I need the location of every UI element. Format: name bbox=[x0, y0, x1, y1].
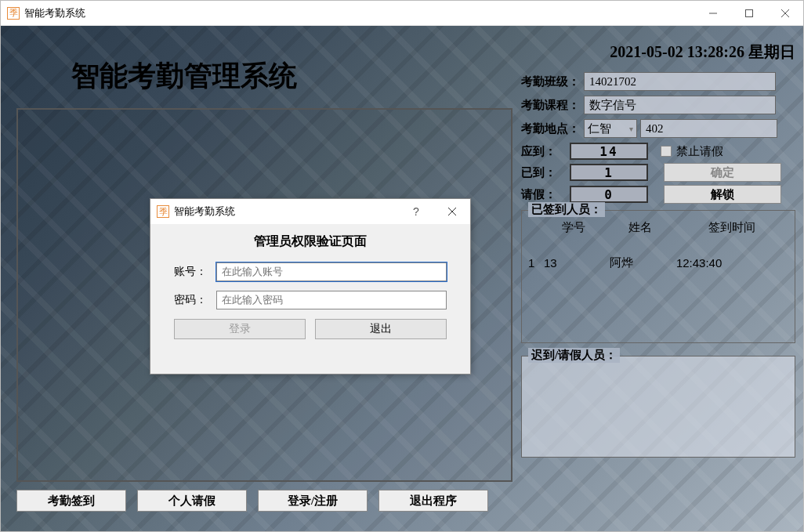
cell-idx: 1 bbox=[525, 241, 541, 284]
login-register-button[interactable]: 登录/注册 bbox=[258, 490, 368, 512]
dialog-heading: 管理员权限验证页面 bbox=[150, 233, 470, 250]
titlebar-left: 季 智能考勤系统 bbox=[7, 6, 85, 20]
expected-lcd: 14 bbox=[570, 143, 648, 160]
account-input[interactable] bbox=[216, 262, 447, 281]
exit-program-button[interactable]: 退出程序 bbox=[378, 490, 488, 512]
course-row: 考勤课程： 数字信号 bbox=[521, 96, 795, 114]
close-button[interactable] bbox=[767, 1, 803, 26]
course-input[interactable]: 数字信号 bbox=[584, 96, 776, 114]
dialog-app-icon: 季 bbox=[157, 205, 169, 218]
forbid-leave-label: 禁止请假 bbox=[676, 144, 723, 159]
dialog-close-button[interactable] bbox=[434, 199, 470, 224]
login-dialog: 季 智能考勤系统 ? 管理员权限验证页面 账号： 密码： bbox=[150, 198, 471, 375]
arrived-label: 已到： bbox=[521, 165, 570, 180]
signed-in-title: 已签到人员： bbox=[528, 202, 605, 217]
forbid-leave-checkbox[interactable]: 禁止请假 bbox=[661, 144, 723, 159]
class-row: 考勤班级： 14021702 bbox=[521, 72, 795, 91]
checkin-button[interactable]: 考勤签到 bbox=[16, 490, 126, 512]
location-label: 考勤地点： bbox=[521, 121, 584, 136]
late-leave-title: 迟到/请假人员： bbox=[528, 348, 620, 363]
page-title: 智能考勤管理系统 bbox=[71, 57, 297, 96]
dialog-title: 智能考勤系统 bbox=[174, 204, 235, 219]
expected-row: 应到： 14 禁止请假 bbox=[521, 143, 795, 160]
table-header-time: 签到时间 bbox=[673, 214, 791, 241]
password-label: 密码： bbox=[174, 293, 216, 307]
maximize-button[interactable] bbox=[731, 1, 767, 26]
table-row[interactable]: 1 13 阿烨 12:43:40 bbox=[525, 241, 791, 284]
table-header-row: 学号 姓名 签到时间 bbox=[525, 214, 791, 241]
dialog-titlebar-left: 季 智能考勤系统 bbox=[157, 204, 235, 219]
password-field: 密码： bbox=[174, 291, 447, 309]
cell-name: 阿烨 bbox=[607, 241, 672, 284]
table-header-idx bbox=[525, 214, 541, 241]
titlebar: 季 智能考勤系统 bbox=[1, 1, 803, 26]
building-select[interactable]: 仁智 bbox=[584, 119, 637, 138]
table-header-sid: 学号 bbox=[541, 214, 607, 241]
room-input[interactable]: 402 bbox=[640, 119, 777, 138]
cell-time: 12:43:40 bbox=[673, 241, 791, 284]
account-field: 账号： bbox=[174, 262, 447, 281]
arrived-lcd: 1 bbox=[570, 164, 648, 181]
svg-rect-1 bbox=[746, 9, 753, 16]
dialog-exit-button[interactable]: 退出 bbox=[315, 319, 447, 339]
app-icon: 季 bbox=[7, 7, 20, 20]
class-label: 考勤班级： bbox=[521, 74, 584, 89]
minimize-button[interactable] bbox=[695, 1, 731, 26]
leave-lcd: 0 bbox=[570, 186, 648, 203]
checkbox-box-icon bbox=[661, 146, 672, 157]
leave-row: 请假： 0 解锁 bbox=[521, 185, 795, 204]
account-label: 账号： bbox=[174, 265, 216, 279]
unlock-button[interactable]: 解锁 bbox=[664, 185, 781, 204]
right-panel: 2021-05-02 13:28:26 星期日 考勤班级： 14021702 考… bbox=[521, 42, 795, 458]
location-row: 考勤地点： 仁智 402 bbox=[521, 119, 795, 138]
signed-in-table: 学号 姓名 签到时间 1 13 阿烨 12:43:40 bbox=[525, 214, 791, 284]
dialog-titlebar: 季 智能考勤系统 ? bbox=[150, 199, 470, 224]
main-window: 季 智能考勤系统 智能考勤管理系统 考勤签到 个人请假 登录/注册 退出程序 2 bbox=[0, 0, 804, 532]
dialog-help-button[interactable]: ? bbox=[398, 199, 434, 224]
window-title: 智能考勤系统 bbox=[24, 6, 85, 20]
cell-sid: 13 bbox=[541, 241, 607, 284]
password-input[interactable] bbox=[216, 291, 447, 309]
class-input[interactable]: 14021702 bbox=[584, 72, 776, 91]
confirm-button[interactable]: 确定 bbox=[664, 163, 781, 182]
datetime-label: 2021-05-02 13:28:26 星期日 bbox=[521, 42, 795, 63]
arrived-row: 已到： 1 确定 bbox=[521, 163, 795, 182]
leave-label: 请假： bbox=[521, 187, 570, 202]
bottom-bar: 考勤签到 个人请假 登录/注册 退出程序 bbox=[16, 490, 488, 512]
window-controls bbox=[695, 1, 803, 26]
table-header-name: 姓名 bbox=[607, 214, 672, 241]
dialog-window-controls: ? bbox=[398, 199, 470, 224]
dialog-buttons: 登录 退出 bbox=[174, 319, 447, 339]
personal-leave-button[interactable]: 个人请假 bbox=[137, 490, 247, 512]
dialog-login-button[interactable]: 登录 bbox=[174, 319, 306, 339]
signed-in-group: 已签到人员： 学号 姓名 签到时间 1 13 bbox=[521, 210, 795, 343]
course-label: 考勤课程： bbox=[521, 98, 584, 113]
late-leave-group: 迟到/请假人员： bbox=[521, 356, 795, 458]
expected-label: 应到： bbox=[521, 144, 570, 159]
body-area: 智能考勤管理系统 考勤签到 个人请假 登录/注册 退出程序 2021-05-02… bbox=[1, 26, 803, 531]
